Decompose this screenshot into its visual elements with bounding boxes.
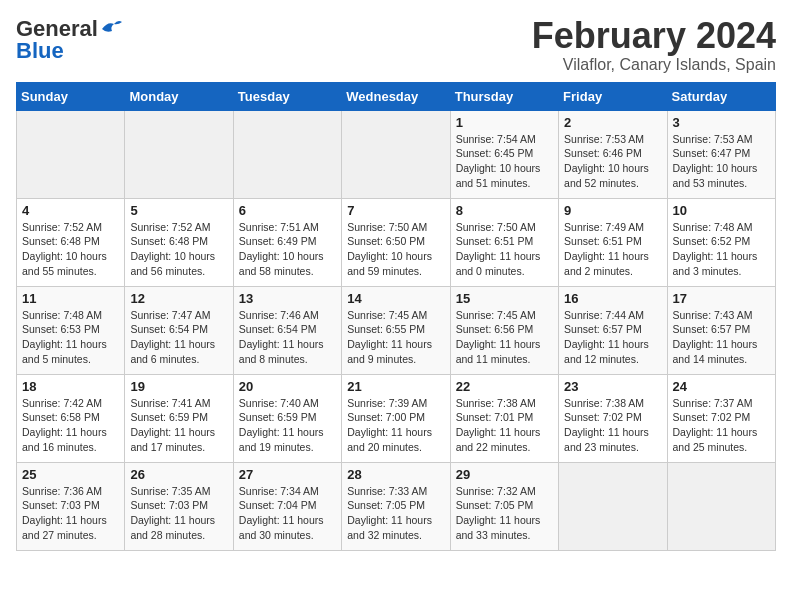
header-sunday: Sunday (17, 82, 125, 110)
calendar-header-row: SundayMondayTuesdayWednesdayThursdayFrid… (17, 82, 776, 110)
day-detail: Sunrise: 7:52 AM Sunset: 6:48 PM Dayligh… (22, 220, 119, 279)
day-number: 22 (456, 379, 553, 394)
day-number: 21 (347, 379, 444, 394)
day-detail: Sunrise: 7:50 AM Sunset: 6:50 PM Dayligh… (347, 220, 444, 279)
calendar-cell: 18Sunrise: 7:42 AM Sunset: 6:58 PM Dayli… (17, 374, 125, 462)
header-saturday: Saturday (667, 82, 775, 110)
calendar-cell (17, 110, 125, 198)
calendar-cell: 4Sunrise: 7:52 AM Sunset: 6:48 PM Daylig… (17, 198, 125, 286)
day-detail: Sunrise: 7:52 AM Sunset: 6:48 PM Dayligh… (130, 220, 227, 279)
day-number: 28 (347, 467, 444, 482)
calendar-cell: 21Sunrise: 7:39 AM Sunset: 7:00 PM Dayli… (342, 374, 450, 462)
day-number: 12 (130, 291, 227, 306)
day-detail: Sunrise: 7:48 AM Sunset: 6:52 PM Dayligh… (673, 220, 770, 279)
calendar-cell: 27Sunrise: 7:34 AM Sunset: 7:04 PM Dayli… (233, 462, 341, 550)
calendar-cell: 10Sunrise: 7:48 AM Sunset: 6:52 PM Dayli… (667, 198, 775, 286)
day-detail: Sunrise: 7:50 AM Sunset: 6:51 PM Dayligh… (456, 220, 553, 279)
calendar-cell: 7Sunrise: 7:50 AM Sunset: 6:50 PM Daylig… (342, 198, 450, 286)
day-number: 29 (456, 467, 553, 482)
day-number: 10 (673, 203, 770, 218)
day-detail: Sunrise: 7:34 AM Sunset: 7:04 PM Dayligh… (239, 484, 336, 543)
page-title: February 2024 (532, 16, 776, 56)
calendar-cell: 25Sunrise: 7:36 AM Sunset: 7:03 PM Dayli… (17, 462, 125, 550)
calendar-cell: 12Sunrise: 7:47 AM Sunset: 6:54 PM Dayli… (125, 286, 233, 374)
calendar-cell: 22Sunrise: 7:38 AM Sunset: 7:01 PM Dayli… (450, 374, 558, 462)
day-number: 23 (564, 379, 661, 394)
calendar-cell: 13Sunrise: 7:46 AM Sunset: 6:54 PM Dayli… (233, 286, 341, 374)
header-monday: Monday (125, 82, 233, 110)
day-number: 14 (347, 291, 444, 306)
day-number: 27 (239, 467, 336, 482)
calendar-cell: 23Sunrise: 7:38 AM Sunset: 7:02 PM Dayli… (559, 374, 667, 462)
day-detail: Sunrise: 7:37 AM Sunset: 7:02 PM Dayligh… (673, 396, 770, 455)
day-detail: Sunrise: 7:38 AM Sunset: 7:02 PM Dayligh… (564, 396, 661, 455)
calendar-cell (233, 110, 341, 198)
day-detail: Sunrise: 7:51 AM Sunset: 6:49 PM Dayligh… (239, 220, 336, 279)
calendar-cell: 24Sunrise: 7:37 AM Sunset: 7:02 PM Dayli… (667, 374, 775, 462)
day-detail: Sunrise: 7:40 AM Sunset: 6:59 PM Dayligh… (239, 396, 336, 455)
calendar-cell: 20Sunrise: 7:40 AM Sunset: 6:59 PM Dayli… (233, 374, 341, 462)
day-number: 15 (456, 291, 553, 306)
day-number: 8 (456, 203, 553, 218)
day-detail: Sunrise: 7:33 AM Sunset: 7:05 PM Dayligh… (347, 484, 444, 543)
calendar-cell (667, 462, 775, 550)
day-detail: Sunrise: 7:45 AM Sunset: 6:56 PM Dayligh… (456, 308, 553, 367)
header-tuesday: Tuesday (233, 82, 341, 110)
calendar-cell: 29Sunrise: 7:32 AM Sunset: 7:05 PM Dayli… (450, 462, 558, 550)
calendar-cell: 3Sunrise: 7:53 AM Sunset: 6:47 PM Daylig… (667, 110, 775, 198)
calendar-week-row: 18Sunrise: 7:42 AM Sunset: 6:58 PM Dayli… (17, 374, 776, 462)
day-number: 18 (22, 379, 119, 394)
day-detail: Sunrise: 7:36 AM Sunset: 7:03 PM Dayligh… (22, 484, 119, 543)
calendar-cell (125, 110, 233, 198)
day-detail: Sunrise: 7:49 AM Sunset: 6:51 PM Dayligh… (564, 220, 661, 279)
day-number: 1 (456, 115, 553, 130)
header-thursday: Thursday (450, 82, 558, 110)
calendar-cell: 11Sunrise: 7:48 AM Sunset: 6:53 PM Dayli… (17, 286, 125, 374)
day-detail: Sunrise: 7:32 AM Sunset: 7:05 PM Dayligh… (456, 484, 553, 543)
calendar-cell: 26Sunrise: 7:35 AM Sunset: 7:03 PM Dayli… (125, 462, 233, 550)
calendar-cell: 14Sunrise: 7:45 AM Sunset: 6:55 PM Dayli… (342, 286, 450, 374)
day-detail: Sunrise: 7:53 AM Sunset: 6:47 PM Dayligh… (673, 132, 770, 191)
day-detail: Sunrise: 7:35 AM Sunset: 7:03 PM Dayligh… (130, 484, 227, 543)
calendar-cell (559, 462, 667, 550)
day-detail: Sunrise: 7:42 AM Sunset: 6:58 PM Dayligh… (22, 396, 119, 455)
calendar-week-row: 1Sunrise: 7:54 AM Sunset: 6:45 PM Daylig… (17, 110, 776, 198)
day-number: 9 (564, 203, 661, 218)
day-number: 7 (347, 203, 444, 218)
day-number: 19 (130, 379, 227, 394)
calendar-cell: 15Sunrise: 7:45 AM Sunset: 6:56 PM Dayli… (450, 286, 558, 374)
header-wednesday: Wednesday (342, 82, 450, 110)
calendar-cell: 6Sunrise: 7:51 AM Sunset: 6:49 PM Daylig… (233, 198, 341, 286)
day-number: 6 (239, 203, 336, 218)
logo-bird-icon (100, 19, 122, 35)
logo-blue-text: Blue (16, 38, 64, 64)
day-number: 24 (673, 379, 770, 394)
day-detail: Sunrise: 7:44 AM Sunset: 6:57 PM Dayligh… (564, 308, 661, 367)
calendar-cell: 19Sunrise: 7:41 AM Sunset: 6:59 PM Dayli… (125, 374, 233, 462)
calendar-cell: 8Sunrise: 7:50 AM Sunset: 6:51 PM Daylig… (450, 198, 558, 286)
day-number: 26 (130, 467, 227, 482)
day-detail: Sunrise: 7:46 AM Sunset: 6:54 PM Dayligh… (239, 308, 336, 367)
header-friday: Friday (559, 82, 667, 110)
day-number: 20 (239, 379, 336, 394)
calendar-cell (342, 110, 450, 198)
day-number: 2 (564, 115, 661, 130)
day-detail: Sunrise: 7:54 AM Sunset: 6:45 PM Dayligh… (456, 132, 553, 191)
day-number: 3 (673, 115, 770, 130)
day-detail: Sunrise: 7:48 AM Sunset: 6:53 PM Dayligh… (22, 308, 119, 367)
day-detail: Sunrise: 7:53 AM Sunset: 6:46 PM Dayligh… (564, 132, 661, 191)
day-detail: Sunrise: 7:45 AM Sunset: 6:55 PM Dayligh… (347, 308, 444, 367)
calendar-cell: 16Sunrise: 7:44 AM Sunset: 6:57 PM Dayli… (559, 286, 667, 374)
calendar-table: SundayMondayTuesdayWednesdayThursdayFrid… (16, 82, 776, 551)
calendar-week-row: 25Sunrise: 7:36 AM Sunset: 7:03 PM Dayli… (17, 462, 776, 550)
calendar-cell: 5Sunrise: 7:52 AM Sunset: 6:48 PM Daylig… (125, 198, 233, 286)
day-detail: Sunrise: 7:43 AM Sunset: 6:57 PM Dayligh… (673, 308, 770, 367)
day-number: 13 (239, 291, 336, 306)
calendar-cell: 17Sunrise: 7:43 AM Sunset: 6:57 PM Dayli… (667, 286, 775, 374)
day-detail: Sunrise: 7:47 AM Sunset: 6:54 PM Dayligh… (130, 308, 227, 367)
day-number: 11 (22, 291, 119, 306)
day-number: 16 (564, 291, 661, 306)
calendar-cell: 9Sunrise: 7:49 AM Sunset: 6:51 PM Daylig… (559, 198, 667, 286)
calendar-cell: 1Sunrise: 7:54 AM Sunset: 6:45 PM Daylig… (450, 110, 558, 198)
calendar-week-row: 11Sunrise: 7:48 AM Sunset: 6:53 PM Dayli… (17, 286, 776, 374)
